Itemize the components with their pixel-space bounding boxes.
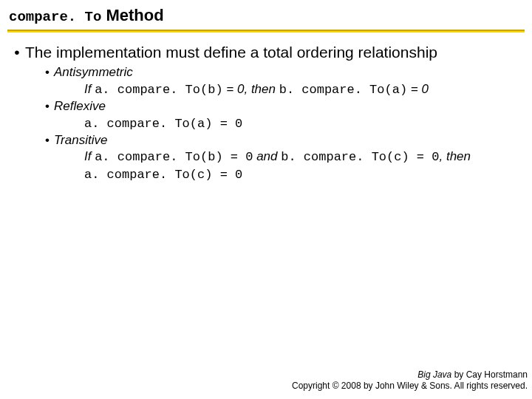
code-expr: a. compare. To(b) = 0	[95, 150, 253, 164]
main-bullet: • The implementation must define a total…	[10, 43, 525, 61]
property-name: Reflexive	[53, 98, 106, 115]
footer-line-1: Big Java by Cay Horstmann	[292, 369, 528, 381]
footer-copyright: Copyright © 2008 by John Wiley & Sons. A…	[292, 381, 528, 392]
then-text: , then	[439, 149, 471, 163]
property-name: Antisymmetric	[53, 64, 133, 81]
code-expr: b. compare. To(a)	[279, 83, 407, 97]
and-text: and	[253, 149, 281, 163]
bullet-icon: •	[41, 132, 53, 149]
book-title: Big Java	[417, 369, 451, 380]
main-bullet-text: The implementation must define a total o…	[24, 43, 437, 61]
body: • The implementation must define a total…	[7, 33, 525, 183]
code-expr: b. compare. To(c) = 0	[281, 150, 439, 164]
property-transitive: • Transitive	[41, 132, 525, 149]
title-code: compare. To	[9, 9, 101, 25]
reflexive-detail: a. compare. To(a) = 0	[41, 115, 525, 132]
property-name: Transitive	[53, 132, 107, 149]
transitive-detail-1: If a. compare. To(b) = 0 and b. compare.…	[41, 149, 525, 166]
antisymmetric-detail: If a. compare. To(b) = 0, then b. compar…	[41, 81, 525, 98]
end-text: = 0	[407, 82, 429, 96]
author-text: by Cay Horstmann	[451, 369, 528, 380]
bullet-icon: •	[10, 43, 24, 61]
slide: compare. To Method • The implementation …	[0, 0, 532, 399]
properties-list: • Antisymmetric If a. compare. To(b) = 0…	[10, 61, 525, 183]
footer: Big Java by Cay Horstmann Copyright © 20…	[292, 369, 528, 392]
bullet-icon: •	[41, 64, 53, 81]
mid-text: = 0, then	[223, 82, 279, 96]
if-text: If	[84, 82, 95, 96]
code-expr: a. compare. To(a) = 0	[84, 117, 242, 131]
bullet-icon: •	[41, 98, 53, 115]
code-expr: a. compare. To(c) = 0	[84, 168, 242, 182]
title-word: Method	[106, 6, 163, 25]
slide-title: compare. To Method	[7, 6, 525, 25]
code-expr: a. compare. To(b)	[95, 83, 222, 97]
if-text: If	[84, 149, 95, 163]
transitive-detail-2: a. compare. To(c) = 0	[41, 166, 525, 183]
property-antisymmetric: • Antisymmetric	[41, 64, 525, 81]
property-reflexive: • Reflexive	[41, 98, 525, 115]
